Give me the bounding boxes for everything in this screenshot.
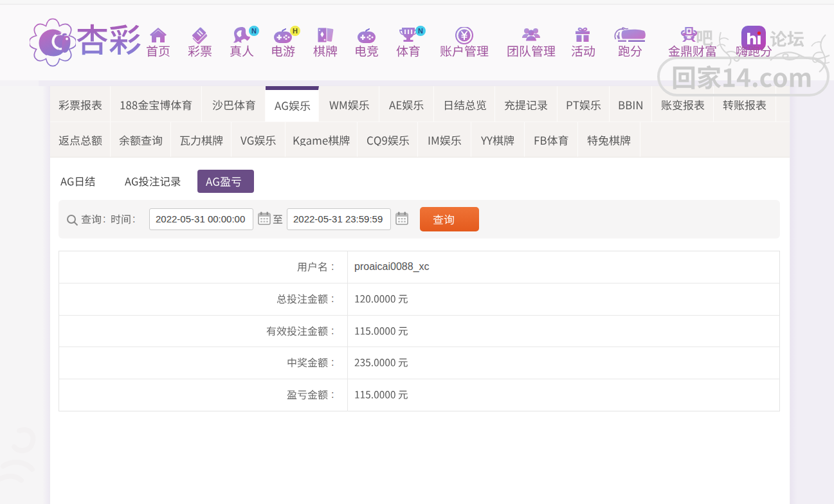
svg-text:H: H	[293, 27, 298, 35]
svg-text:N: N	[418, 27, 423, 35]
svg-text:N: N	[251, 27, 257, 35]
